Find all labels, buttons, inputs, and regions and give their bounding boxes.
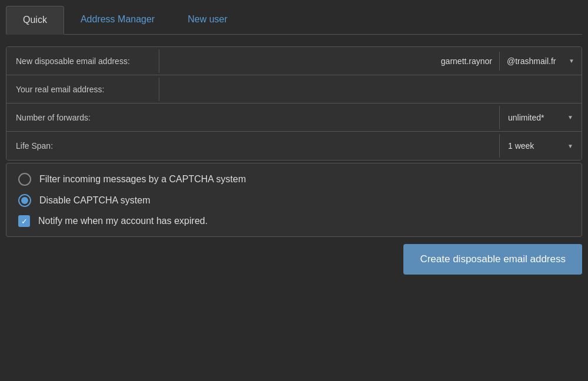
domain-dropdown[interactable]: @trashmail.fr ▼ <box>499 52 582 71</box>
radio-captcha-filter[interactable] <box>18 173 31 186</box>
option-notify-expired: ✓ Notify me when my account has expired. <box>18 215 570 227</box>
forwards-dropdown-arrow: ▼ <box>567 114 573 121</box>
disposable-email-row: New disposable email address: @trashmail… <box>6 47 582 75</box>
forwards-row: Number of forwards: unlimited* ▼ <box>6 103 582 132</box>
lifespan-label: Life Span: <box>6 134 499 158</box>
radio-captcha-disable[interactable] <box>18 194 31 207</box>
option-captcha-filter: Filter incoming messages by a CAPTCHA sy… <box>18 173 570 186</box>
real-email-input[interactable] <box>159 78 582 101</box>
option-captcha-filter-label: Filter incoming messages by a CAPTCHA sy… <box>39 174 246 185</box>
forwards-dropdown[interactable]: unlimited* ▼ <box>499 106 582 129</box>
email-username-input[interactable] <box>389 56 492 66</box>
checkbox-notify-expired[interactable]: ✓ <box>18 215 30 227</box>
tab-bar: Quick Address Manager New user <box>6 6 582 35</box>
create-disposable-email-button[interactable]: Create disposable email address <box>403 244 582 275</box>
checkmark-icon: ✓ <box>21 218 28 225</box>
forwards-label: Number of forwards: <box>6 106 499 129</box>
tab-address-manager[interactable]: Address Manager <box>64 6 171 34</box>
app-container: Quick Address Manager New user New dispo… <box>6 6 582 275</box>
tab-new-user[interactable]: New user <box>171 6 244 34</box>
domain-dropdown-arrow: ▼ <box>569 58 574 64</box>
button-row: Create disposable email address <box>6 244 582 275</box>
lifespan-dropdown-arrow: ▼ <box>567 143 573 149</box>
real-email-row: Your real email address: <box>6 75 582 103</box>
domain-value: @trashmail.fr <box>507 56 556 66</box>
real-email-label: Your real email address: <box>6 78 159 101</box>
option-notify-expired-label: Notify me when my account has expired. <box>38 216 208 226</box>
option-captcha-disable-label: Disable CAPTCHA system <box>39 195 151 206</box>
lifespan-dropdown[interactable]: 1 week ▼ <box>499 134 582 158</box>
lifespan-value: 1 week <box>508 141 534 151</box>
tab-quick[interactable]: Quick <box>6 6 64 35</box>
disposable-email-label: New disposable email address: <box>6 49 159 73</box>
option-captcha-disable: Disable CAPTCHA system <box>18 194 570 207</box>
forwards-value: unlimited* <box>508 113 544 122</box>
email-form-section: New disposable email address: @trashmail… <box>6 46 582 161</box>
email-input-area <box>159 52 499 71</box>
lifespan-row: Life Span: 1 week ▼ <box>6 132 582 160</box>
radio-inner-dot <box>21 197 28 204</box>
options-section: Filter incoming messages by a CAPTCHA sy… <box>6 163 582 237</box>
